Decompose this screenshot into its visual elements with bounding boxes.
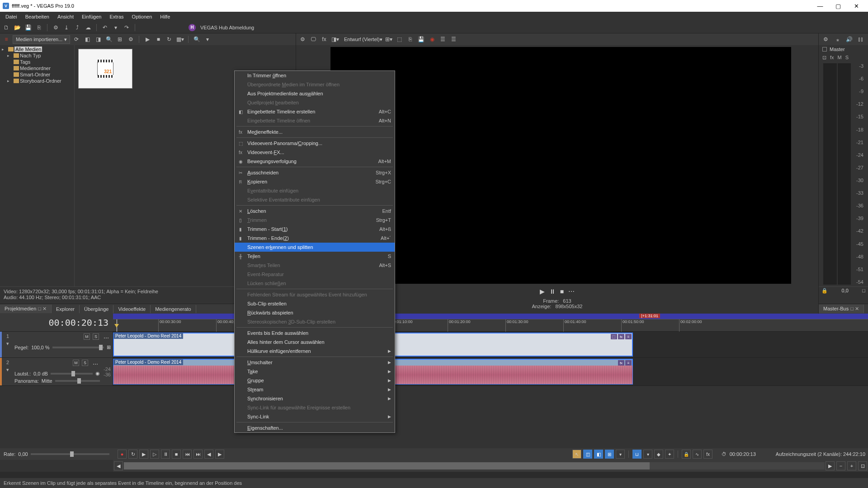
- media-view-icon[interactable]: ▦▾: [175, 35, 184, 44]
- track1-level-slider[interactable]: [52, 347, 104, 348]
- tab-master-bus[interactable]: Master-Bus□ ✕: [819, 305, 864, 313]
- env-tool[interactable]: ∿: [693, 450, 702, 459]
- menu-datei[interactable]: Datei: [2, 13, 21, 20]
- export-icon[interactable]: ⤴: [73, 23, 82, 32]
- media-autoplay-icon[interactable]: ↻: [165, 35, 174, 44]
- tool-2[interactable]: ◧: [594, 450, 603, 459]
- preview-pause-button[interactable]: ⏸: [549, 288, 556, 295]
- media-menu-icon[interactable]: ≡: [2, 35, 11, 44]
- master-check-icon[interactable]: [822, 47, 827, 52]
- undo-icon[interactable]: ↶: [100, 23, 109, 32]
- track2-vol-slider[interactable]: [51, 373, 93, 375]
- ctx-ausschneiden[interactable]: ✂AusschneidenStrg+X: [235, 168, 395, 177]
- ctx-trimmen-ende-2-[interactable]: ▮Trimmen - Ende(2)Alt+´: [235, 234, 395, 243]
- track2-rec-icon[interactable]: ◉: [95, 371, 100, 376]
- tab-uebergaenge[interactable]: Übergänge: [80, 305, 113, 313]
- maximize-button[interactable]: ▢: [829, 0, 847, 12]
- undo-dropdown-icon[interactable]: ▾: [111, 23, 120, 32]
- stop-button[interactable]: ■: [172, 450, 181, 459]
- ctx-teilen[interactable]: ╫TeilenS: [235, 252, 395, 261]
- preview-grid-icon[interactable]: ⊞▾: [384, 35, 393, 44]
- media-play-icon[interactable]: ▶: [143, 35, 152, 44]
- properties-icon[interactable]: ⚙: [51, 23, 60, 32]
- tree-media-folder[interactable]: Medienordner: [1, 65, 73, 71]
- ctx-aus-projektmedienliste-ausw-hl[interactable]: Aus Projektmedienliste auswählen: [235, 89, 395, 98]
- preview-more-button[interactable]: ⋯: [568, 288, 575, 295]
- preview-copy-icon[interactable]: ⎘: [406, 35, 415, 44]
- ctx-bewegungsverfolgung[interactable]: ◉BewegungsverfolgungAlt+M: [235, 157, 395, 166]
- ctx-eingebettete-timeline-erstelle[interactable]: ◧Eingebettete Timeline erstellenAlt+C: [235, 107, 395, 116]
- preview-adj2-icon[interactable]: ☰: [449, 35, 458, 44]
- snap-button[interactable]: ⊔: [632, 450, 642, 459]
- pause-button[interactable]: ⏸: [161, 450, 170, 459]
- master-lock-icon[interactable]: 🔒: [821, 288, 828, 294]
- hub-icon[interactable]: H: [189, 24, 196, 31]
- preview-adj-icon[interactable]: ☰: [439, 35, 448, 44]
- ctx-videoevent-fx-[interactable]: fxVideoevent-FX...: [235, 148, 395, 157]
- ctx-events-bis-ende-ausw-hlen[interactable]: Events bis Ende auswählen: [235, 328, 395, 338]
- zoom-out[interactable]: −: [836, 461, 845, 470]
- ctx-r-ckw-rts-abspielen[interactable]: Rückwärts abspielen: [235, 308, 395, 317]
- import-media-button[interactable]: Medien importieren... ▾: [13, 35, 70, 44]
- media-clip-thumbnail[interactable]: 321: [78, 49, 132, 89]
- master-out-icon[interactable]: ⊡: [822, 55, 826, 61]
- preview-split-icon[interactable]: ◨▾: [330, 35, 340, 44]
- track1-solo[interactable]: S: [93, 333, 99, 340]
- preview-ext-icon[interactable]: 🖵: [309, 35, 318, 44]
- next-frame-button[interactable]: ▶: [215, 450, 224, 459]
- media-settings-icon[interactable]: ⚙: [126, 35, 135, 44]
- lock-tool[interactable]: 🔒: [682, 450, 691, 459]
- render-icon[interactable]: ⎘: [34, 23, 43, 32]
- track-menu-icon[interactable]: ▾: [6, 341, 9, 347]
- ctx-szenen-erkennen-und-splitten[interactable]: Szenen erkennen und splitten: [235, 243, 395, 252]
- tool-normal[interactable]: ↖: [572, 450, 581, 459]
- scroll-right[interactable]: ▶: [826, 461, 835, 470]
- tab-videoeffekte[interactable]: Videoeffekte: [113, 305, 151, 313]
- preview-fx-icon[interactable]: fx: [320, 35, 329, 44]
- master-dim-icon[interactable]: ⁎: [833, 35, 842, 44]
- ctx-trimmen-start-1-[interactable]: ▮Trimmen - Start(1)Alt+ß: [235, 225, 395, 234]
- ctx-sync-link[interactable]: Sync-Link▶: [235, 412, 395, 421]
- time-ruler[interactable]: 00:00:30:0000:00:40:0000:00:50:0000:01:0…: [113, 319, 868, 332]
- media-tool-2-icon[interactable]: ◧: [83, 35, 92, 44]
- redo-icon[interactable]: ↷: [122, 23, 131, 32]
- audio-event-fx-icon[interactable]: fx: [618, 360, 624, 366]
- track2-more-icon[interactable]: ⋯: [91, 360, 100, 369]
- import-icon[interactable]: ⤓: [62, 23, 71, 32]
- open-icon[interactable]: 📂: [13, 23, 22, 32]
- close-button[interactable]: ✕: [847, 0, 865, 12]
- new-project-icon[interactable]: 🗋: [2, 23, 11, 32]
- menu-ansicht[interactable]: Ansicht: [54, 13, 77, 20]
- ctx-sub-clip-erstellen[interactable]: Sub-Clip erstellen: [235, 299, 395, 308]
- preview-rec-icon[interactable]: ◉: [428, 35, 437, 44]
- menu-hilfe[interactable]: Hilfe: [156, 13, 174, 20]
- track1-mute[interactable]: M: [84, 333, 90, 340]
- end-marker[interactable]: |+1:31:01: [639, 314, 660, 318]
- media-search-icon[interactable]: 🔍: [192, 35, 201, 44]
- track2-solo[interactable]: S: [82, 360, 88, 366]
- preview-save-icon[interactable]: 💾: [417, 35, 426, 44]
- playhead-flag[interactable]: [114, 324, 119, 328]
- tab-projektmedien[interactable]: Projektmedien□ ✕: [0, 305, 52, 313]
- tab-mediengenerator[interactable]: Mediengenerato: [151, 305, 196, 313]
- preview-settings-icon[interactable]: ⚙: [298, 35, 307, 44]
- minimize-button[interactable]: —: [811, 0, 829, 12]
- ctx-in-trimmer-ffnen[interactable]: In Trimmer öffnen: [235, 71, 395, 80]
- preview-quality[interactable]: Entwurf (Viertel)▾: [344, 37, 382, 42]
- play-start-button[interactable]: ▶: [139, 450, 148, 459]
- audio-event-menu-icon[interactable]: ≡: [625, 360, 632, 366]
- marker-tool[interactable]: ◆: [654, 450, 663, 459]
- ctx-take[interactable]: Take▶: [235, 367, 395, 376]
- event-fx-icon[interactable]: fx: [618, 334, 624, 339]
- master-fx-button[interactable]: fx: [830, 55, 834, 60]
- timecode-display[interactable]: 00:00:20:13: [0, 314, 113, 331]
- menu-optionen[interactable]: Optionen: [128, 13, 156, 20]
- ctx-h-llkurve-einf-gen-entfernen[interactable]: Hüllkurve einfügen/entfernen▶: [235, 347, 395, 356]
- master-settings-icon[interactable]: ⚙: [821, 35, 830, 44]
- track1-fx-icon[interactable]: ⊞: [107, 344, 111, 350]
- prev-frame-button[interactable]: ◀: [204, 450, 213, 459]
- snap-dropdown[interactable]: ▾: [643, 450, 652, 459]
- tree-storyboard-folder[interactable]: ▸Storyboard-Ordner: [1, 78, 73, 84]
- media-tool-3-icon[interactable]: ◨: [94, 35, 103, 44]
- save-icon[interactable]: 💾: [24, 23, 33, 32]
